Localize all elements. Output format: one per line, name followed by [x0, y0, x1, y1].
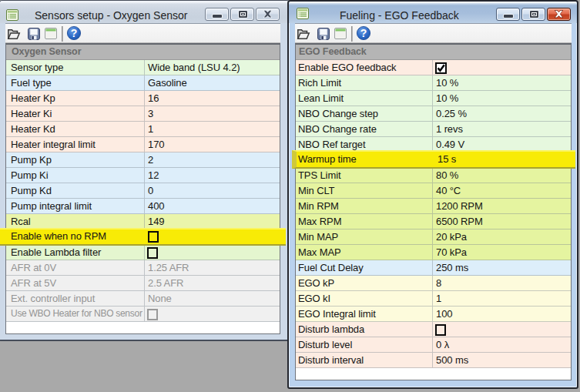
svg-text:?: ?: [71, 27, 78, 39]
svg-text:?: ?: [360, 27, 367, 39]
